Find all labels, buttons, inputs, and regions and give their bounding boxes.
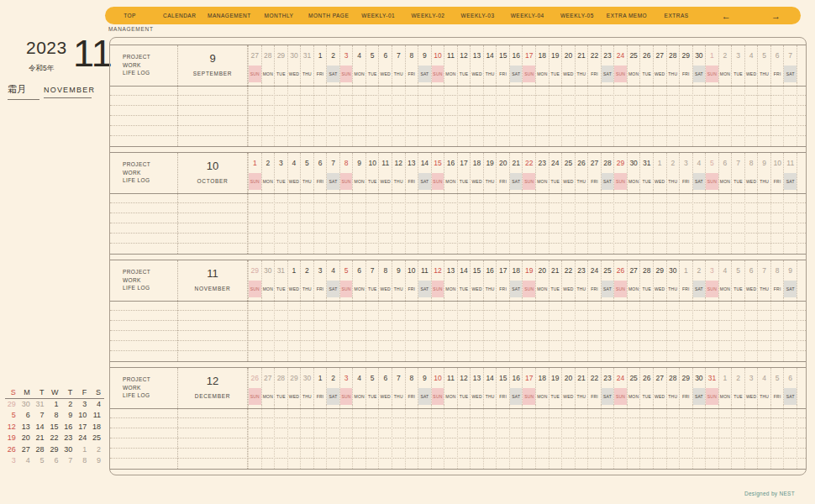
day-column: 27MON xyxy=(628,260,641,297)
weekday-label: FRI xyxy=(588,388,601,405)
grid-cell xyxy=(432,82,445,146)
nav-tab-monthly[interactable]: MONTHLY xyxy=(254,13,303,18)
day-column: 28THU xyxy=(667,45,681,82)
date-strip: 1SUN2MON3TUE4WED5THU6FRI7SAT8SUN9MON10TU… xyxy=(248,153,797,254)
nav-tab-month-page[interactable]: MONTH PAGE xyxy=(304,13,354,18)
nav-tab-weekly-03[interactable]: WEEKLY-03 xyxy=(453,13,502,18)
nav-tab-weekly-05[interactable]: WEEKLY-05 xyxy=(552,13,602,18)
nav-tab-calendar[interactable]: CALENDAR xyxy=(155,13,204,18)
day-column: 11SAT xyxy=(784,153,797,190)
day-number: 10 xyxy=(432,45,444,66)
grid-cell xyxy=(758,190,771,254)
day-number: 1 xyxy=(706,45,718,66)
nav-tab-extra-memo[interactable]: EXTRA MEMO xyxy=(602,13,651,18)
grid-cell xyxy=(549,297,563,361)
weekday-label: THU xyxy=(576,281,588,297)
mini-calendar-day: 7 xyxy=(34,410,48,421)
nav-tab-management[interactable]: MANAGEMENT xyxy=(204,13,254,18)
day-number: 8 xyxy=(406,368,418,388)
weekday-label: SAT xyxy=(784,388,797,405)
nav-tab-extras[interactable]: EXTRAS xyxy=(652,13,702,18)
day-column: 13MON xyxy=(444,260,458,297)
grid-cell xyxy=(706,405,719,469)
day-number: 19 xyxy=(484,153,497,173)
nav-arrow-right[interactable]: → xyxy=(751,12,801,20)
block-columns: PROJECTWORKLIFE LOG10OCTOBER xyxy=(110,153,248,254)
day-column: 4SAT xyxy=(327,260,340,297)
day-column: 20FRI xyxy=(497,153,510,190)
row-label: PROJECT xyxy=(123,268,177,276)
day-number: 3 xyxy=(680,153,692,173)
day-number: 11 xyxy=(784,153,797,173)
weekday-label: MON xyxy=(444,66,457,82)
weekday-label: FRI xyxy=(771,388,784,405)
day-number: 29 xyxy=(288,368,301,388)
day-column: 5TUE xyxy=(732,260,745,297)
day-number: 26 xyxy=(614,260,627,281)
month-block: PROJECTWORKLIFE LOG12DECEMBER26SUN27MON2… xyxy=(110,367,806,475)
block-bottom-rule xyxy=(110,469,806,470)
grid-cell xyxy=(654,405,667,469)
day-number: 13 xyxy=(471,45,483,66)
day-column: 2SAT xyxy=(693,260,707,297)
weekday-label: SUN xyxy=(432,388,444,405)
grid-cell xyxy=(523,190,536,254)
grid-cell xyxy=(732,190,745,254)
grid-cell xyxy=(484,190,497,254)
weekday-label: SUN xyxy=(706,66,718,82)
day-column: 8WED xyxy=(379,260,392,297)
row-label: WORK xyxy=(123,384,177,392)
day-number: 8 xyxy=(745,153,758,173)
grid-cell xyxy=(758,82,771,146)
grid-cell xyxy=(654,297,667,361)
grid-cell xyxy=(536,190,549,254)
weekday-label: TUE xyxy=(366,281,379,297)
day-column: 2TUE xyxy=(732,368,745,405)
weekday-label: THU xyxy=(301,173,313,190)
day-column: 14THU xyxy=(484,368,497,405)
weekday-label: THU xyxy=(392,173,405,190)
day-number: 2 xyxy=(719,45,732,66)
mini-calendar-day: 1 xyxy=(48,399,62,410)
grid-cell xyxy=(484,405,497,469)
day-column: 18WED xyxy=(471,153,484,190)
mini-calendar-day: 16 xyxy=(61,422,76,433)
day-number: 15 xyxy=(497,368,509,388)
nav-tab-top[interactable]: TOP xyxy=(105,13,155,18)
nav-tab-weekly-04[interactable]: WEEKLY-04 xyxy=(502,13,552,18)
grid-cell xyxy=(444,190,458,254)
month-jp-label: 霜月 xyxy=(8,83,39,100)
day-number: 9 xyxy=(418,368,431,388)
day-column: 7TUE xyxy=(732,153,745,190)
grid-cell xyxy=(771,82,785,146)
nav-tab-weekly-02[interactable]: WEEKLY-02 xyxy=(403,13,453,18)
nav-tab-weekly-01[interactable]: WEEKLY-01 xyxy=(354,13,403,18)
mini-calendar-day: 3 xyxy=(5,455,19,466)
grid-cell xyxy=(406,297,419,361)
day-number: 19 xyxy=(549,368,562,388)
mini-weekday-header: M xyxy=(19,388,34,396)
day-number: 28 xyxy=(602,153,614,173)
weekday-label: FRI xyxy=(680,66,692,82)
day-number: 29 xyxy=(680,368,692,388)
mini-calendar-week: 19202122232425 xyxy=(5,433,104,444)
day-column: 19TUE xyxy=(549,45,563,82)
day-column: 9SAT xyxy=(418,368,432,405)
weekday-label: MON xyxy=(719,388,732,405)
nav-arrow-left[interactable]: ← xyxy=(702,12,751,20)
day-number: 12 xyxy=(392,153,405,173)
weekday-label: SAT xyxy=(510,66,523,82)
weekday-label: MON xyxy=(628,66,640,82)
mini-weekday-header: T xyxy=(34,388,48,396)
day-column: 2MON xyxy=(719,45,733,82)
day-column: 8WED xyxy=(745,153,759,190)
day-column: 9THU xyxy=(758,153,771,190)
grid-cell xyxy=(523,82,536,146)
day-column: 4THU xyxy=(758,368,771,405)
mini-calendar-day: 9 xyxy=(61,410,76,421)
day-number: 16 xyxy=(484,260,497,281)
day-number: 30 xyxy=(288,45,301,66)
month-name: OCTOBER xyxy=(178,178,247,184)
day-column: 4WED xyxy=(288,153,302,190)
grid-cell xyxy=(588,405,602,469)
